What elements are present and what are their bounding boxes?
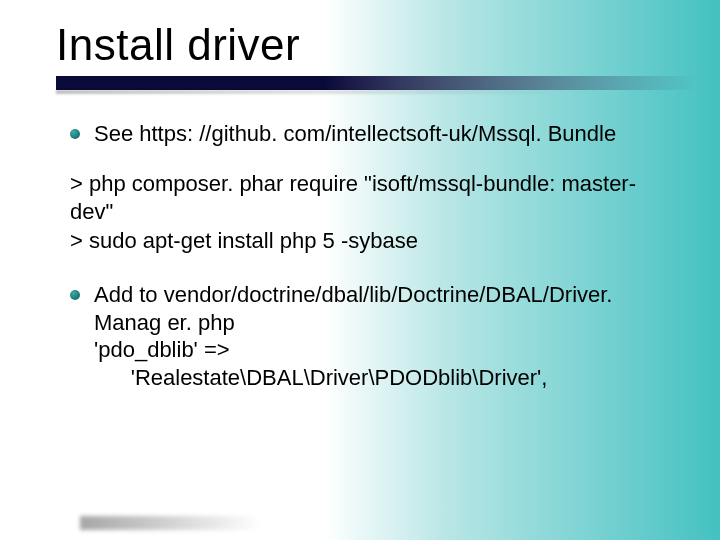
title-area: Install driver bbox=[56, 20, 680, 90]
slide-body: See https: //github. com/intellectsoft-u… bbox=[70, 120, 670, 409]
code-block: > php composer. phar require "isoft/mssq… bbox=[70, 170, 670, 256]
title-underline bbox=[56, 76, 696, 90]
bullet-item: Add to vendor/doctrine/dbal/lib/Doctrine… bbox=[70, 281, 670, 391]
bullet-text: See https: //github. com/intellectsoft-u… bbox=[94, 120, 670, 148]
bullet-text: Add to vendor/doctrine/dbal/lib/Doctrine… bbox=[94, 281, 670, 391]
footer-shadow bbox=[80, 516, 260, 530]
bullet-icon bbox=[70, 129, 80, 139]
slide-title: Install driver bbox=[56, 20, 680, 70]
slide: Install driver See https: //github. com/… bbox=[0, 0, 720, 540]
bullet-item: See https: //github. com/intellectsoft-u… bbox=[70, 120, 670, 148]
bullet-icon bbox=[70, 290, 80, 300]
